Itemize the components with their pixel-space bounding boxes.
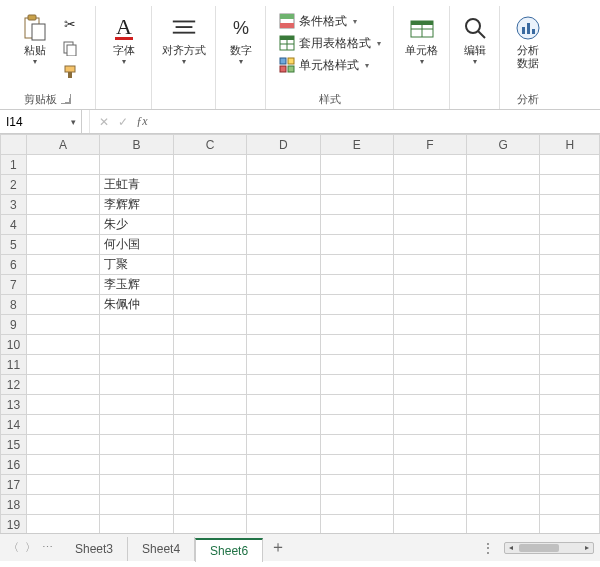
cell[interactable]	[540, 155, 600, 175]
format-as-table-button[interactable]: 套用表格格式 ▾	[277, 32, 383, 54]
row-header[interactable]: 14	[1, 415, 27, 435]
row-header[interactable]: 11	[1, 355, 27, 375]
cell[interactable]	[320, 415, 393, 435]
cell[interactable]	[467, 335, 540, 355]
cell[interactable]	[540, 195, 600, 215]
cell[interactable]	[393, 435, 466, 455]
cell[interactable]	[247, 335, 320, 355]
cell[interactable]	[320, 275, 393, 295]
cell[interactable]	[247, 235, 320, 255]
cell[interactable]	[393, 275, 466, 295]
cell[interactable]	[467, 355, 540, 375]
font-button[interactable]: A 字体 ▾	[104, 10, 144, 66]
cell[interactable]	[173, 355, 246, 375]
row-header[interactable]: 2	[1, 175, 27, 195]
row-header[interactable]: 9	[1, 315, 27, 335]
cell[interactable]	[393, 155, 466, 175]
cell[interactable]	[393, 175, 466, 195]
row-header[interactable]: 6	[1, 255, 27, 275]
cell[interactable]	[320, 215, 393, 235]
column-header[interactable]: B	[100, 135, 174, 155]
cell[interactable]	[247, 395, 320, 415]
cell[interactable]	[247, 435, 320, 455]
cell[interactable]	[100, 375, 174, 395]
editing-button[interactable]: 编辑 ▾	[455, 10, 495, 66]
row-header[interactable]: 18	[1, 495, 27, 515]
column-header[interactable]: H	[540, 135, 600, 155]
cell[interactable]	[540, 255, 600, 275]
cell[interactable]	[173, 415, 246, 435]
cell[interactable]	[26, 315, 99, 335]
enter-formula-button[interactable]: ✓	[115, 115, 131, 129]
cell[interactable]	[467, 195, 540, 215]
cell[interactable]	[247, 215, 320, 235]
row-header[interactable]: 8	[1, 295, 27, 315]
sheet-tab[interactable]: Sheet3	[61, 537, 128, 561]
copy-button[interactable]	[59, 38, 81, 58]
cell[interactable]	[173, 375, 246, 395]
row-header[interactable]: 17	[1, 475, 27, 495]
cell[interactable]	[247, 355, 320, 375]
cell[interactable]	[100, 315, 174, 335]
row-header[interactable]: 1	[1, 155, 27, 175]
cell[interactable]	[393, 215, 466, 235]
cell[interactable]	[467, 175, 540, 195]
cell[interactable]	[320, 255, 393, 275]
cell[interactable]	[26, 515, 99, 534]
insert-function-button[interactable]: ƒx	[134, 114, 150, 129]
cell[interactable]	[540, 275, 600, 295]
column-header[interactable]: F	[393, 135, 466, 155]
cell[interactable]	[100, 415, 174, 435]
sheet-tab[interactable]: Sheet6	[195, 538, 263, 562]
cell[interactable]	[173, 215, 246, 235]
cell[interactable]	[26, 495, 99, 515]
cell[interactable]	[540, 215, 600, 235]
tab-nav-prev[interactable]: 〈	[8, 540, 19, 555]
cell[interactable]	[100, 155, 174, 175]
cell[interactable]	[100, 355, 174, 375]
paste-button[interactable]: 粘贴 ▾	[15, 10, 55, 66]
cell[interactable]	[393, 235, 466, 255]
cell[interactable]	[247, 495, 320, 515]
cell[interactable]	[173, 315, 246, 335]
cell[interactable]	[393, 515, 466, 534]
cell[interactable]	[100, 395, 174, 415]
cell[interactable]	[26, 475, 99, 495]
cell[interactable]	[173, 235, 246, 255]
cell[interactable]	[173, 255, 246, 275]
cell[interactable]	[26, 215, 99, 235]
cell[interactable]	[247, 415, 320, 435]
row-header[interactable]: 16	[1, 455, 27, 475]
cell[interactable]	[320, 355, 393, 375]
cell[interactable]	[247, 295, 320, 315]
cell[interactable]	[540, 395, 600, 415]
cell-styles-button[interactable]: 单元格样式 ▾	[277, 54, 371, 76]
cell[interactable]	[540, 495, 600, 515]
cell[interactable]	[320, 515, 393, 534]
cell[interactable]: 朱佩仲	[100, 295, 174, 315]
cell[interactable]	[26, 155, 99, 175]
row-header[interactable]: 19	[1, 515, 27, 534]
cell[interactable]	[26, 355, 99, 375]
cell[interactable]: 丁聚	[100, 255, 174, 275]
cell[interactable]: 王虹青	[100, 175, 174, 195]
cell[interactable]	[173, 175, 246, 195]
cell[interactable]	[173, 295, 246, 315]
cell[interactable]	[26, 235, 99, 255]
cell[interactable]	[393, 195, 466, 215]
cell[interactable]	[173, 515, 246, 534]
cell[interactable]	[320, 495, 393, 515]
cell[interactable]	[247, 375, 320, 395]
column-header[interactable]: G	[467, 135, 540, 155]
cell[interactable]	[173, 155, 246, 175]
row-header[interactable]: 13	[1, 395, 27, 415]
column-header[interactable]: D	[247, 135, 320, 155]
tab-nav-next[interactable]: 〉	[25, 540, 36, 555]
cell[interactable]	[26, 275, 99, 295]
scroll-right-icon[interactable]: ▸	[581, 543, 593, 553]
cell[interactable]	[320, 235, 393, 255]
cell[interactable]	[26, 295, 99, 315]
cell[interactable]	[247, 475, 320, 495]
cell[interactable]	[100, 475, 174, 495]
cell[interactable]	[467, 275, 540, 295]
